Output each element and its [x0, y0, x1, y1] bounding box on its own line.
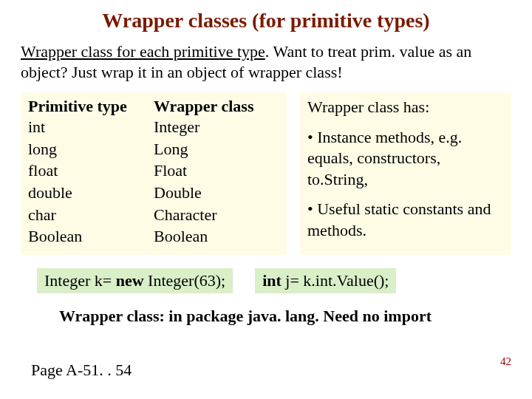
type-mapping-box: Primitive type Wrapper class int Integer…: [21, 92, 287, 255]
snippet1-part1: Integer k=: [44, 271, 116, 290]
wrapper-features-box: Wrapper class has: • Instance methods, e…: [300, 92, 511, 255]
snippet1-new-keyword: new: [116, 271, 144, 290]
snippet2-int-keyword: int: [262, 271, 282, 290]
snippet2-rest: j= k.int.Value();: [282, 271, 389, 290]
table-cell-prim: int: [28, 116, 154, 138]
table-cell-wrap: Float: [154, 160, 279, 182]
features-heading: Wrapper class has:: [307, 97, 504, 118]
table-cell-prim: double: [28, 182, 154, 204]
slide-title: Wrapper classes (for primitive types): [0, 0, 532, 41]
table-cell-wrap: Boolean: [154, 225, 279, 248]
intro-underlined: Wrapper class for each primitive type: [21, 42, 265, 61]
intro-paragraph: Wrapper class for each primitive type. W…: [0, 41, 532, 92]
table-cell-prim: char: [28, 204, 154, 226]
table-head-wrapper: Wrapper class: [154, 97, 279, 116]
snippet1-part2: Integer(63);: [144, 271, 226, 290]
feature-bullet-2: • Useful static constants and methods.: [307, 199, 504, 241]
code-snippet-1: Integer k= new Integer(63);: [37, 268, 233, 293]
table-cell-prim: float: [28, 160, 154, 182]
feature-bullet-1: • Instance methods, e.g. equals, constru…: [307, 127, 504, 191]
slide-number: 42: [500, 355, 511, 368]
table-cell-wrap: Integer: [154, 116, 279, 138]
footer-note: Wrapper class: in package java. lang. Ne…: [0, 293, 532, 326]
code-snippet-2: int j= k.int.Value();: [255, 268, 396, 293]
table-cell-prim: long: [28, 138, 154, 160]
table-head-primitive: Primitive type: [28, 97, 154, 116]
table-cell-wrap: Double: [154, 182, 279, 204]
page-reference: Page A-51. . 54: [31, 361, 132, 380]
table-cell-wrap: Long: [154, 138, 279, 160]
table-cell-wrap: Character: [154, 204, 279, 226]
table-cell-prim: Boolean: [28, 225, 154, 248]
